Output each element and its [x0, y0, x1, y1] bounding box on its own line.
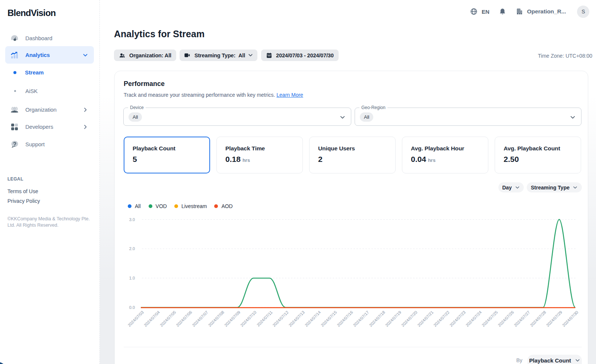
svg-text:2024/07/15: 2024/07/15 [320, 310, 337, 328]
svg-text:2024/07/18: 2024/07/18 [368, 310, 386, 328]
svg-text:2.0: 2.0 [129, 246, 135, 251]
svg-text:2024/07/09: 2024/07/09 [224, 310, 241, 328]
svg-text:2024/07/05: 2024/07/05 [159, 310, 177, 328]
svg-text:2024/07/13: 2024/07/13 [288, 310, 305, 328]
svg-text:2024/07/04: 2024/07/04 [143, 310, 161, 328]
svg-text:2024/07/12: 2024/07/12 [272, 310, 289, 328]
svg-text:2024/07/19: 2024/07/19 [384, 310, 402, 328]
svg-text:2024/07/29: 2024/07/29 [545, 310, 563, 328]
svg-text:2024/07/07: 2024/07/07 [191, 310, 209, 328]
svg-text:2024/07/21: 2024/07/21 [416, 310, 434, 328]
svg-text:2024/07/17: 2024/07/17 [352, 310, 370, 328]
svg-text:2024/07/20: 2024/07/20 [400, 310, 418, 328]
svg-text:2024/07/23: 2024/07/23 [449, 310, 466, 328]
svg-text:2024/07/16: 2024/07/16 [336, 310, 354, 328]
svg-text:2024/07/25: 2024/07/25 [481, 310, 498, 328]
svg-text:2024/07/27: 2024/07/27 [513, 310, 530, 328]
svg-text:2024/07/11: 2024/07/11 [256, 310, 273, 328]
svg-text:2024/07/26: 2024/07/26 [497, 310, 514, 328]
svg-text:2024/07/30: 2024/07/30 [561, 310, 579, 328]
svg-text:2024/07/14: 2024/07/14 [304, 310, 321, 328]
svg-text:2024/07/24: 2024/07/24 [465, 310, 482, 328]
svg-text:2024/07/22: 2024/07/22 [432, 310, 450, 328]
svg-text:2024/07/08: 2024/07/08 [207, 310, 225, 328]
svg-text:2024/07/06: 2024/07/06 [175, 310, 193, 328]
svg-text:2024/07/03: 2024/07/03 [127, 310, 145, 328]
svg-text:0.0: 0.0 [129, 305, 135, 310]
svg-text:2024/07/10: 2024/07/10 [240, 310, 257, 328]
svg-text:2024/07/28: 2024/07/28 [529, 310, 547, 328]
svg-text:1.0: 1.0 [129, 276, 135, 280]
svg-text:3.0: 3.0 [129, 217, 135, 222]
